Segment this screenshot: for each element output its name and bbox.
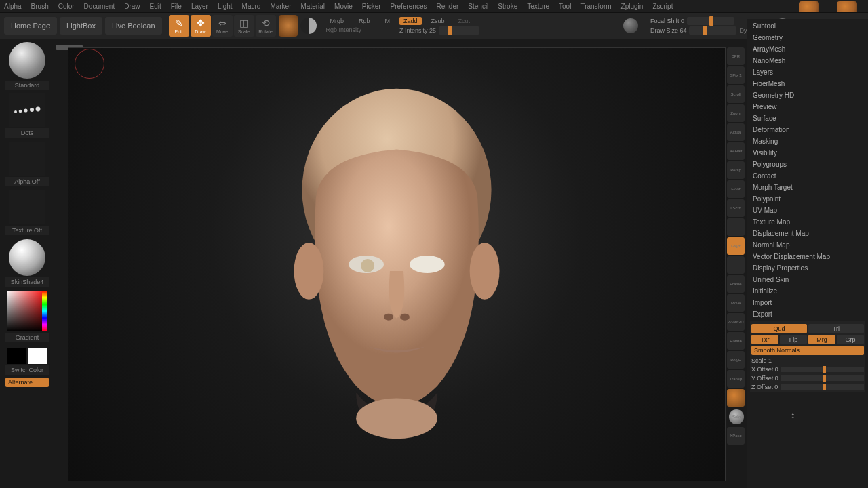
tool-section-import[interactable]: Import	[750, 297, 865, 308]
menu-edit[interactable]: Edit	[150, 3, 161, 10]
mode-rotate-button[interactable]: ⟲Rotate	[256, 15, 276, 37]
shelf-spix-3[interactable]: SPix 3	[727, 66, 745, 84]
tool-section-geometry-hd[interactable]: Geometry HD	[750, 89, 865, 101]
menu-stencil[interactable]: Stencil	[468, 3, 488, 10]
tool-section-uv-map[interactable]: UV Map	[750, 205, 865, 216]
menu-light[interactable]: Light	[218, 3, 233, 10]
tool-section-geometry[interactable]: Geometry	[750, 32, 865, 43]
m-toggle[interactable]: M	[381, 17, 395, 25]
tool-section-contact[interactable]: Contact	[750, 170, 865, 182]
menu-macro[interactable]: Macro	[242, 3, 261, 10]
tool-section-deformation[interactable]: Deformation	[750, 124, 865, 136]
shelf-aahalf[interactable]: AAHalf	[727, 142, 745, 160]
home-page-button[interactable]: Home Page	[4, 17, 57, 35]
tool-section-normal-map[interactable]: Normal Map	[750, 239, 865, 251]
switch-color-button[interactable]: SwitchColor	[5, 365, 49, 375]
menu-file[interactable]: File	[171, 3, 182, 10]
mode-scale-button[interactable]: ◫Scale	[234, 15, 254, 37]
shelf-solo[interactable]: Solo	[729, 409, 744, 424]
shelf-xpose[interactable]: XPose	[727, 427, 745, 445]
material-thumbnail[interactable]	[9, 239, 45, 276]
menu-preferences[interactable]: Preferences	[391, 3, 427, 10]
focal-shift-slider[interactable]	[687, 17, 734, 25]
tool-section-arraymesh[interactable]: ArrayMesh	[750, 43, 865, 55]
mode-edit-button[interactable]: ✎Edit	[169, 15, 189, 37]
mode-draw-button[interactable]: ✥Draw	[191, 15, 211, 37]
menu-texture[interactable]: Texture	[527, 3, 549, 10]
tool-section-masking[interactable]: Masking	[750, 136, 865, 147]
tool-section-unified-skin[interactable]: Unified Skin	[750, 274, 865, 285]
shelf-icon-18[interactable]	[727, 389, 745, 407]
brush-thumbnail[interactable]	[9, 42, 45, 79]
stroke-thumbnail[interactable]	[9, 93, 45, 127]
tool-section-export[interactable]: Export	[750, 308, 865, 320]
lightbox-button[interactable]: LightBox	[60, 17, 102, 35]
shelf-gxyz[interactable]: Gxyz	[727, 237, 745, 255]
live-boolean-button[interactable]: Live Boolean	[105, 17, 162, 35]
menu-alpha[interactable]: Alpha	[4, 3, 22, 10]
mrgb-toggle[interactable]: Mrgb	[326, 17, 349, 25]
shade-mode-button[interactable]	[300, 18, 317, 34]
shelf-lscrn[interactable]: LScrn	[727, 199, 745, 217]
tool-section-texture-map[interactable]: Texture Map	[750, 216, 865, 228]
shelf-floor[interactable]: Floor	[727, 180, 745, 198]
z-offset-slider[interactable]	[781, 384, 864, 390]
shelf-icon-9[interactable]	[727, 218, 745, 236]
menu-brush[interactable]: Brush	[31, 3, 49, 10]
alternate-button[interactable]: Alternate	[5, 378, 49, 387]
z-intensity-slider[interactable]	[439, 26, 479, 35]
gradient-label[interactable]: Gradient	[5, 333, 49, 342]
export-grp-button[interactable]: Grp	[837, 335, 864, 344]
x-offset-slider[interactable]	[781, 367, 864, 372]
menu-marker[interactable]: Marker	[270, 3, 291, 10]
menu-draw[interactable]: Draw	[124, 3, 140, 10]
tool-section-layers[interactable]: Layers	[750, 66, 865, 78]
shelf-icon-11[interactable]	[727, 256, 745, 274]
color-picker[interactable]	[7, 291, 47, 331]
alpha-thumbnail[interactable]	[9, 142, 45, 176]
primary-color-swatch[interactable]	[28, 348, 47, 364]
menu-render[interactable]: Render	[437, 3, 459, 10]
export-flp-button[interactable]: Flp	[780, 335, 807, 344]
brush-sphere-icon[interactable]	[623, 18, 638, 33]
tool-section-vector-displacement-map[interactable]: Vector Displacement Map	[750, 251, 865, 262]
tool-section-polygroups[interactable]: Polygroups	[750, 159, 865, 170]
rgb-toggle[interactable]: Rgb	[355, 17, 374, 25]
y-offset-slider[interactable]	[781, 375, 864, 381]
tool-section-display-properties[interactable]: Display Properties	[750, 262, 865, 274]
zcut-toggle[interactable]: Zcut	[454, 17, 475, 25]
zadd-toggle[interactable]: Zadd	[399, 17, 422, 25]
tool-section-morph-target[interactable]: Morph Target	[750, 182, 865, 193]
shelf-scroll[interactable]: Scroll	[727, 85, 745, 103]
texture-thumbnail[interactable]	[9, 190, 45, 224]
export-txr-button[interactable]: Txr	[751, 335, 778, 344]
tool-section-visibility[interactable]: Visibility	[750, 147, 865, 159]
menu-picker[interactable]: Picker	[362, 3, 381, 10]
menu-stroke[interactable]: Stroke	[498, 3, 517, 10]
shelf-transp[interactable]: Transp	[727, 370, 745, 388]
shelf-persp[interactable]: Persp	[727, 161, 745, 179]
menu-material[interactable]: Material	[301, 3, 326, 10]
shelf-zoom[interactable]: Zoom	[727, 104, 745, 122]
shelf-frame[interactable]: Frame	[727, 275, 745, 293]
smooth-normals-button[interactable]: Smooth Normals	[751, 346, 864, 355]
menu-color[interactable]: Color	[58, 3, 75, 10]
canvas-viewport[interactable]	[68, 47, 726, 481]
menu-zscript[interactable]: Zscript	[652, 3, 673, 10]
tool-section-fibermesh[interactable]: FiberMesh	[750, 78, 865, 89]
tool-section-nanomesh[interactable]: NanoMesh	[750, 55, 865, 66]
tool-section-surface[interactable]: Surface	[750, 113, 865, 124]
menu-transform[interactable]: Transform	[580, 3, 611, 10]
tool-section-initialize[interactable]: Initialize	[750, 285, 865, 297]
tool-section-polypaint[interactable]: Polypaint	[750, 193, 865, 205]
draw-size-slider[interactable]	[689, 26, 736, 35]
shelf-move[interactable]: Move	[727, 294, 745, 312]
menu-document[interactable]: Document	[84, 3, 115, 10]
shelf-polyf[interactable]: PolyF	[727, 351, 745, 369]
shelf-actual[interactable]: Actual	[727, 123, 745, 141]
tool-section-subtool[interactable]: Subtool	[750, 20, 865, 32]
shelf-bpr[interactable]: BPR	[727, 47, 745, 65]
export-tri-button[interactable]: Tri	[808, 324, 864, 333]
tool-section-preview[interactable]: Preview	[750, 101, 865, 113]
material-swatch-button[interactable]	[279, 15, 298, 37]
